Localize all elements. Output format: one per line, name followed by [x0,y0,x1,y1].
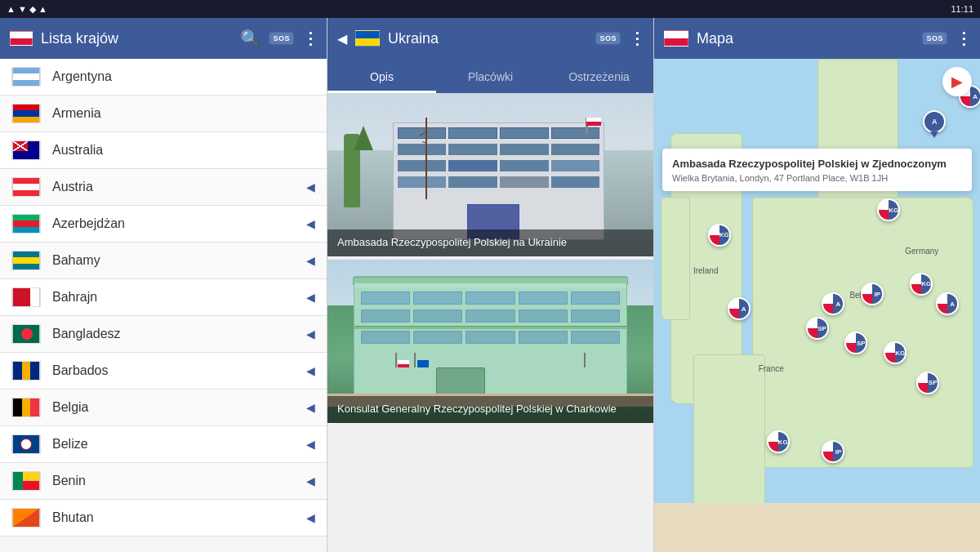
chevron-icon: ◀ [306,511,315,524]
map-pin[interactable]: A [822,292,844,315]
map-pin[interactable]: KG [767,430,790,453]
map-label: Ireland [693,266,719,275]
map-label: Germany [905,247,938,256]
tab-placówki[interactable]: Placówki [436,62,545,93]
ukraine-title: Ukraina [388,30,587,47]
map-pin[interactable]: KG [877,198,900,221]
ukraine-content: Ambasada Rzeczypospolitej Polskiej na Uk… [327,93,653,552]
country-name: Belgia [52,400,303,415]
country-flag [11,177,41,197]
chevron-icon: ◀ [306,474,315,487]
country-item[interactable]: Bahrajn◀ [0,279,327,316]
map-pin[interactable]: KG [910,273,933,296]
country-flag [11,508,41,528]
map-land-iberia [693,354,765,527]
country-name: Australia [52,143,315,158]
tab-opis[interactable]: Opis [327,62,436,93]
sos-button-ukraine[interactable]: SOS [595,32,621,45]
country-item[interactable]: Barbados◀ [0,353,327,390]
map-content[interactable]: ▶ Ambasada Rzeczypospolitej Polskiej w Z… [654,59,980,552]
search-icon[interactable]: 🔍 [240,29,261,48]
map-background: ▶ Ambasada Rzeczypospolitej Polskiej w Z… [654,59,980,552]
country-item[interactable]: Belize◀ [0,426,327,463]
embassy-image: Ambasada Rzeczypospolitej Polskiej na Uk… [327,93,653,256]
chevron-icon: ◀ [306,291,315,304]
country-flag [11,398,41,417]
country-flag [11,140,41,160]
back-button[interactable]: ◀ [337,31,347,47]
main-content: Lista krajów 🔍 SOS ⋮ ArgentynaArmeniaAus… [0,18,980,552]
country-name: Austria [52,180,303,194]
country-item[interactable]: Bahamy◀ [0,243,327,279]
map-pin[interactable]: KG [708,224,731,247]
compass-icon[interactable]: ▶ [942,67,972,96]
country-name: Bahrajn [52,290,303,305]
country-name: Bangladesz [52,327,303,341]
menu-button-map[interactable]: ⋮ [956,29,970,48]
embassy-card[interactable]: Ambasada Rzeczypospolitej Polskiej na Uk… [327,93,653,256]
map-tooltip: Ambasada Rzeczypospolitej Polskiej w Zje… [662,149,972,191]
menu-button-countries[interactable]: ⋮ [302,29,317,48]
tab-ostrzeżenia[interactable]: Ostrzeżenia [545,62,653,93]
panel-ukraine: ◀ Ukraina SOS ⋮ OpisPlacówkiOstrzeżenia [327,18,653,552]
country-flag [11,104,41,123]
tooltip-address: Wielka Brytania, Londyn, 47 Portland Pla… [672,173,962,183]
country-item[interactable]: Benin◀ [0,463,327,500]
map-pin[interactable]: A [923,110,946,133]
country-name: Benin [52,474,303,488]
map-pin[interactable]: KG [884,341,906,364]
country-item[interactable]: Azerbejdżan◀ [0,206,327,243]
embassy-image: Konsulat Generalny Rzeczypospolitej Pols… [327,260,653,423]
ukraine-header: ◀ Ukraina SOS ⋮ [327,18,653,59]
country-name: Barbados [52,363,303,378]
country-name: Argentyna [52,69,315,84]
map-pin[interactable]: SP [844,332,867,354]
map-header: Mapa SOS ⋮ [654,18,980,59]
map-pin[interactable]: A [936,292,959,315]
chevron-icon: ◀ [306,401,315,414]
country-flag [11,471,41,491]
country-item[interactable]: Bhutan◀ [0,500,327,536]
panel-countries: Lista krajów 🔍 SOS ⋮ ArgentynaArmeniaAus… [0,18,327,552]
poland-flag-map [664,30,688,47]
country-item[interactable]: Bangladesz◀ [0,316,327,353]
country-name: Belize [52,437,303,452]
countries-list: ArgentynaArmeniaAustraliaAustria◀Azerbej… [0,59,327,552]
map-land-africa [654,503,980,552]
chevron-icon: ◀ [306,364,315,377]
country-name: Bahamy [52,253,303,268]
country-name: Bhutan [52,510,303,525]
status-time: 11:11 [951,4,973,14]
country-item[interactable]: Armenia [0,96,327,132]
country-item[interactable]: Argentyna [0,59,327,96]
embassy-label: Konsulat Generalny Rzeczypospolitej Pols… [327,396,653,423]
status-left-icons: ▲ ▼ ◆ ▲ [7,4,47,15]
tooltip-title: Ambasada Rzeczypospolitej Polskiej w Zje… [672,157,962,171]
map-land-ireland [661,197,690,320]
country-item[interactable]: Austria◀ [0,169,327,206]
country-item[interactable]: Belgia◀ [0,390,327,426]
country-flag [11,67,41,87]
map-label: France [759,364,784,373]
country-name: Azerbejdżan [52,216,303,231]
country-flag [11,361,41,381]
embassy-card[interactable]: Konsulat Generalny Rzeczypospolitej Pols… [327,260,653,423]
country-flag [11,251,41,270]
status-bar: ▲ ▼ ◆ ▲ 11:11 [0,0,980,18]
sos-button-countries[interactable]: SOS [269,32,294,45]
map-pin[interactable]: IP [822,440,844,463]
chevron-icon: ◀ [306,438,315,451]
map-pin[interactable]: IP [861,283,884,305]
countries-header: Lista krajów 🔍 SOS ⋮ [0,18,327,59]
ukraine-flag-icon [355,30,380,47]
country-flag [11,287,41,307]
map-pin[interactable]: SP [916,372,939,394]
country-item[interactable]: Australia [0,132,327,169]
map-pin[interactable]: SP [806,317,829,340]
map-title: Mapa [697,30,914,47]
menu-button-ukraine[interactable]: ⋮ [629,29,644,48]
chevron-icon: ◀ [306,217,315,230]
map-pin[interactable]: A [728,297,751,320]
sos-button-map[interactable]: SOS [922,32,947,45]
country-flag [11,434,41,454]
